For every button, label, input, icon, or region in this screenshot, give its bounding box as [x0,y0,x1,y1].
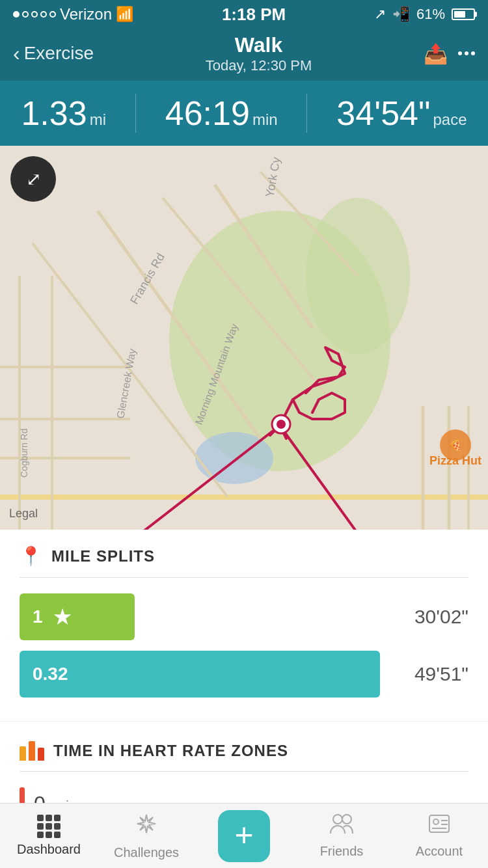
nav-actions: 📤 [424,42,475,65]
battery-percent: 61% [416,6,445,23]
stat-pace: 34'54"pace [336,96,467,130]
hr-section-header: TIME IN HEART RATE ZONES [20,741,468,772]
tab-challenges[interactable]: Challenges [98,806,195,867]
stat-distance-value: 1.33mi [21,96,106,130]
expand-map-button[interactable]: ⤢ [10,156,56,202]
stat-distance: 1.33mi [21,96,106,130]
mile-splits-section: 📍 MILE SPLITS 1 ★ 30'02" 0.32 [0,530,488,721]
workout-title: Walk [206,33,312,57]
map-legal: Legal [9,507,38,521]
bluetooth-icon: 📲 [392,6,410,23]
tab-bar: Dashboard Challenges + Friends [0,803,488,868]
tab-dashboard[interactable]: Dashboard [0,808,98,863]
signal-dots [13,11,56,18]
pace-unit: pace [433,111,467,128]
stat-sep-1 [135,94,136,133]
account-icon [427,813,452,840]
tab-add[interactable]: + [195,804,293,869]
duration-number: 46:19 [165,94,250,132]
split-time-1: 30'02" [390,606,468,628]
dashboard-icon [37,815,61,838]
more-dot-1 [458,51,462,55]
svg-text:Cogburn Rd: Cogburn Rd [19,429,29,478]
battery-fill [454,11,465,18]
back-button[interactable]: ‹ Exercise [13,42,94,66]
status-right: ↗ 📲 61% [374,6,475,23]
chevron-left-icon: ‹ [13,42,20,66]
split-star-icon: ★ [53,606,71,629]
nav-title: Walk Today, 12:30 PM [206,33,312,74]
status-time: 1:18 PM [222,5,286,25]
challenges-icon [135,812,158,841]
signal-dot-5 [49,11,56,18]
split-row-1: 1 ★ 30'02" [20,593,468,640]
share-button[interactable]: 📤 [424,42,448,65]
back-label: Exercise [24,43,94,64]
add-icon: + [234,819,253,851]
nav-bar: ‹ Exercise Walk Today, 12:30 PM 📤 [0,29,488,81]
tab-friends[interactable]: Friends [293,806,390,865]
carrier-name: Verizon [60,5,112,23]
duration-unit: min [252,111,278,128]
split-bar-2: 0.32 [20,651,380,698]
expand-icon: ⤢ [26,169,41,190]
mile-splits-header: 📍 MILE SPLITS [20,545,468,578]
wifi-icon: 📶 [116,6,133,23]
stats-bar: 1.33mi 46:19min 34'54"pace [0,81,488,146]
more-dot-3 [471,51,475,55]
map-svg: Francis Rd York Cy Glencreek Way Morning… [0,146,488,530]
svg-point-39 [433,819,439,824]
svg-point-33 [277,420,286,429]
svg-point-37 [342,815,351,824]
workout-subtitle: Today, 12:30 PM [206,57,312,74]
split-label-1: 1 [33,606,43,627]
split-bar-1: 1 ★ [20,593,135,640]
stat-sep-2 [306,94,307,133]
pace-number: 34'54" [336,94,430,132]
distance-number: 1.33 [21,94,87,132]
stat-pace-value: 34'54"pace [336,96,467,130]
stat-duration: 46:19min [165,96,278,130]
stat-duration-value: 46:19min [165,96,278,130]
tab-challenges-label: Challenges [114,845,179,860]
tab-account[interactable]: Account [390,806,488,865]
signal-dot-1 [13,11,20,18]
splits-container: 1 ★ 30'02" 0.32 49'51" [20,593,468,721]
friends-icon [329,813,354,840]
split-label-2: 0.32 [33,664,68,685]
split-bar-container-1: 1 ★ [20,593,380,640]
signal-dot-2 [22,11,29,18]
tab-account-label: Account [416,844,463,859]
battery-icon [452,8,475,20]
split-bar-container-2: 0.32 [20,651,380,698]
pin-icon: 📍 [20,545,42,567]
more-button[interactable] [458,51,475,55]
grid-icon [37,815,61,838]
map-container[interactable]: Francis Rd York Cy Glencreek Way Morning… [0,146,488,530]
tab-friends-label: Friends [320,844,364,859]
svg-text:🍕: 🍕 [449,439,462,452]
status-bar: Verizon 📶 1:18 PM ↗ 📲 61% [0,0,488,29]
location-icon: ↗ [374,6,386,23]
split-row-2: 0.32 49'51" [20,651,468,698]
distance-unit: mi [90,111,106,128]
signal-dot-4 [40,11,47,18]
signal-dot-3 [31,11,38,18]
mile-splits-title: MILE SPLITS [51,547,155,565]
split-time-2: 49'51" [390,663,468,685]
status-left: Verizon 📶 [13,5,133,23]
hr-section-title: TIME IN HEART RATE ZONES [53,742,288,760]
add-button[interactable]: + [218,810,270,862]
more-dot-2 [465,51,468,55]
svg-point-36 [333,815,342,824]
tab-dashboard-label: Dashboard [17,842,81,857]
hr-zone-icon [20,741,44,761]
